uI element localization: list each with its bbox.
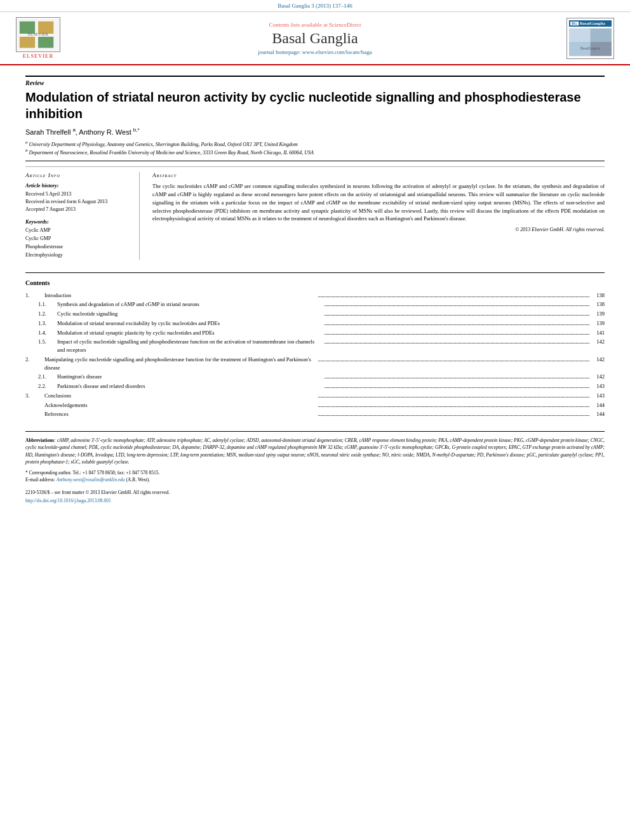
footer-section: Abbreviations: cAMP, adenosine 3′-5′-cyc… bbox=[25, 431, 605, 504]
toc-item-1-2: 1.2. Cyclic nucleotide signalling 139 bbox=[25, 310, 605, 318]
journal-name: Basal Ganglia bbox=[64, 30, 566, 47]
homepage-line: journal homepage: www.elsevier.com/locat… bbox=[64, 49, 566, 55]
copyright-text: © 2013 Elsevier GmbH. All rights reserve… bbox=[152, 227, 605, 232]
toc-item-2: 2. Manipulating cyclic nucleotide signal… bbox=[25, 356, 605, 372]
main-content: Review Modulation of striatal neuron act… bbox=[0, 65, 630, 510]
journal-logo-box: BG BasalGanglia BasalGanglia bbox=[566, 18, 614, 59]
toc-item-acknowledgements: Acknowledgements 144 bbox=[25, 401, 605, 410]
doi-link[interactable]: http://dx.doi.org/10.1016/j.baga.2013.08… bbox=[25, 497, 605, 504]
journal-header: ELSEVIER ELSEVIER Contents lists availab… bbox=[0, 12, 630, 65]
keywords-section: Keywords: Cyclic AMP Cyclic GMP Phosphod… bbox=[25, 218, 133, 259]
journal-citation: Basal Ganglia 3 (2013) 137–146 bbox=[0, 0, 630, 12]
sciencedirect-line: Contents lists available at ScienceDirec… bbox=[64, 22, 566, 28]
toc-item-2-1: 2.1. Huntington's disease 142 bbox=[25, 373, 605, 381]
elsevier-label: ELSEVIER bbox=[23, 53, 53, 59]
affiliations: a University Department of Physiology, A… bbox=[25, 140, 605, 162]
keyword-4: Electrophysiology bbox=[25, 251, 133, 260]
article-title: Modulation of striatal neuron activity b… bbox=[25, 89, 605, 122]
received-date: Received 5 April 2013 bbox=[25, 190, 133, 198]
journal-center: Contents lists available at ScienceDirec… bbox=[64, 22, 566, 55]
accepted-date: Accepted 7 August 2013 bbox=[25, 206, 133, 213]
elsevier-logo: ELSEVIER ELSEVIER bbox=[13, 17, 64, 59]
citation-text: Basal Ganglia 3 (2013) 137–146 bbox=[278, 3, 352, 9]
issn-line: 2210-5336/$ – see front matter © 2013 El… bbox=[25, 489, 605, 496]
authors-line: Sarah Threlfell a, Anthony R. West b,* bbox=[25, 127, 605, 136]
toc-item-1-4: 1.4. Modulation of striatal synaptic pla… bbox=[25, 329, 605, 337]
keywords-label: Keywords: bbox=[25, 218, 133, 225]
contents-title: Contents bbox=[25, 279, 605, 286]
section-label: Review bbox=[25, 76, 605, 86]
toc-item-3: 3. Conclusions 143 bbox=[25, 392, 605, 400]
keyword-1: Cyclic AMP bbox=[25, 227, 133, 235]
svg-text:ELSEVIER: ELSEVIER bbox=[28, 32, 49, 36]
svg-text:BasalGanglia: BasalGanglia bbox=[580, 46, 600, 50]
journal-logo-right: BG BasalGanglia BasalGanglia bbox=[566, 18, 617, 59]
elsevier-logo-img: ELSEVIER bbox=[16, 17, 60, 52]
keyword-2: Cyclic GMP bbox=[25, 235, 133, 243]
toc-item-1-5: 1.5. Impact of cyclic nucleotide signall… bbox=[25, 338, 605, 354]
article-info-column: Article Info Article history: Received 5… bbox=[25, 172, 140, 259]
abstract-column: Abstract The cyclic nucleotides cAMP and… bbox=[152, 172, 605, 259]
bg-graphic: BasalGanglia bbox=[569, 28, 612, 57]
toc-item-1: 1. Introduction 138 bbox=[25, 291, 605, 300]
info-abstract-columns: Article Info Article history: Received 5… bbox=[25, 166, 605, 259]
revised-date: Received in revised form 6 August 2013 bbox=[25, 198, 133, 206]
toc-item-2-2: 2.2. Parkinson's disease and related dis… bbox=[25, 382, 605, 390]
toc-item-references: References 144 bbox=[25, 410, 605, 418]
keyword-3: Phosphodiesterase bbox=[25, 243, 133, 251]
abbreviations-text: Abbreviations: cAMP, adenosine 3′-5′-cyc… bbox=[25, 437, 605, 465]
svg-rect-3 bbox=[20, 37, 35, 48]
svg-rect-4 bbox=[38, 37, 53, 48]
toc-item-1-3: 1.3. Modulation of striatal neuronal exc… bbox=[25, 319, 605, 328]
svg-rect-7 bbox=[569, 28, 591, 41]
bg-logo-label: BG BasalGanglia bbox=[569, 20, 612, 27]
corresponding-author: * Corresponding author. Tel.: +1 847 578… bbox=[25, 469, 605, 484]
contents-section: Contents 1. Introduction 138 1.1. Synthe… bbox=[25, 272, 605, 419]
abstract-title: Abstract bbox=[152, 172, 605, 178]
svg-rect-8 bbox=[591, 28, 612, 41]
abstract-text: The cyclic nucleotides cAMP and cGMP are… bbox=[152, 182, 605, 223]
toc-item-1-1: 1.1. Synthesis and degradation of cAMP a… bbox=[25, 300, 605, 309]
history-label: Article history: bbox=[25, 182, 133, 189]
article-info-title: Article Info bbox=[25, 172, 133, 178]
author-email[interactable]: Anthony.west@rosalindfranklin.edu bbox=[57, 477, 125, 483]
